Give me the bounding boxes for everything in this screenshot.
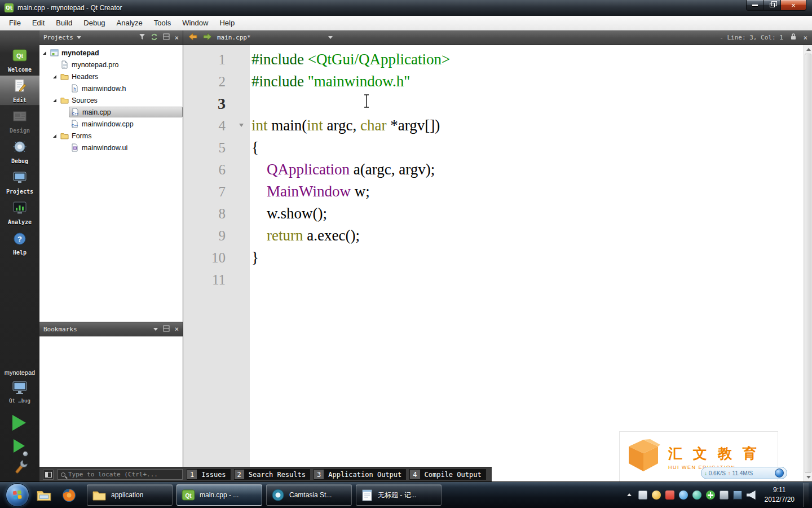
code-text (250, 271, 251, 288)
tree-item-mainwindow-h[interactable]: hmainwindow.h (39, 82, 183, 94)
tree-item-mainwindow-ui[interactable]: mainwindow.ui (39, 142, 183, 154)
close-button[interactable]: × (780, 0, 806, 11)
build-button[interactable] (12, 459, 28, 479)
menu-file[interactable]: File (3, 16, 27, 29)
code-line: 5{ (183, 137, 804, 159)
split-icon[interactable] (163, 325, 170, 334)
window-title: main.cpp - mynotepad - Qt Creator (17, 4, 122, 12)
tree-item-forms[interactable]: Forms (39, 130, 183, 142)
menu-help[interactable]: Help (214, 16, 240, 29)
mode-projects[interactable]: Projects (0, 167, 39, 198)
scroll-up-button[interactable] (804, 45, 812, 54)
filter-icon[interactable] (139, 33, 145, 42)
close-document-icon[interactable]: × (804, 34, 807, 41)
restore-icon (770, 3, 775, 7)
output-pane-application-output[interactable]: 3Application Output (314, 469, 406, 480)
run-button[interactable] (12, 415, 26, 431)
input-method-icon[interactable] (665, 491, 674, 500)
monitor-icon[interactable] (733, 491, 742, 500)
tree-row-content: mynotepad.pro (59, 59, 183, 70)
taskbar-button-main-cpp[interactable]: Qtmain.cpp - ... (176, 484, 262, 506)
tree-item-mynotepad-pro[interactable]: mynotepad.pro (39, 59, 183, 71)
locator-field (58, 469, 183, 480)
fold-marker-icon[interactable] (239, 124, 244, 127)
forward-button[interactable] (202, 33, 213, 43)
tray-icons (625, 491, 756, 500)
scrollbar-thumb[interactable] (805, 54, 811, 473)
code-token: QApplication (267, 161, 350, 178)
locator-input[interactable] (68, 471, 179, 478)
expanded-arrow-icon[interactable] (53, 134, 56, 138)
menu-analyze[interactable]: Analyze (111, 16, 148, 29)
tree-item-mainwindow-cpp[interactable]: C++mainwindow.cpp (39, 118, 183, 130)
lock-icon[interactable] (790, 33, 797, 42)
code-token: a.exec(); (303, 227, 359, 244)
firefox-icon[interactable] (59, 484, 79, 506)
back-button[interactable] (188, 33, 198, 43)
mode-analyze[interactable]: Analyze (0, 198, 39, 228)
swirl-icon[interactable] (692, 491, 701, 500)
taskbar-button-camtasia-st[interactable]: Camtasia St... (266, 484, 352, 506)
close-pane-icon[interactable]: × (175, 326, 179, 332)
menu-debug[interactable]: Debug (78, 16, 111, 29)
menu-tools[interactable]: Tools (148, 16, 176, 29)
expanded-arrow-icon[interactable] (43, 51, 46, 55)
kit-label: Qt …bug (9, 398, 30, 404)
menu-window[interactable]: Window (176, 16, 214, 29)
mode-debug[interactable]: Debug (0, 137, 39, 167)
output-pane-compile-output[interactable]: 4Compile Output (409, 469, 486, 480)
tree-item-main-cpp[interactable]: C++main.cpp (39, 106, 183, 118)
volume-icon[interactable] (747, 491, 756, 500)
taskbar-button-label: application (111, 491, 143, 499)
minimize-button[interactable] (746, 0, 764, 11)
svg-text:?: ? (17, 235, 22, 243)
net-speed-widget[interactable]: 0.6K/S 11.4M/S (701, 467, 787, 479)
folder-src-icon (60, 96, 69, 104)
mode-design[interactable]: Design (0, 106, 39, 137)
show-desktop-button[interactable] (804, 483, 809, 507)
output-pane-issues[interactable]: 1Issues (187, 469, 231, 480)
target-selector-button[interactable]: Qt …bug (0, 380, 39, 404)
tree-item-mynotepad[interactable]: mynotepad (39, 47, 183, 59)
chevron-down-icon[interactable] (153, 328, 158, 331)
split-icon[interactable] (163, 33, 170, 42)
printer-icon[interactable] (720, 491, 729, 500)
bookmarks-list[interactable] (39, 336, 183, 467)
safe-icon[interactable] (652, 491, 661, 500)
taskbar-button-item[interactable]: 无标题 - 记... (356, 484, 442, 506)
line-number: 10 (183, 247, 250, 269)
qq-icon[interactable] (679, 491, 688, 500)
output-pane-search-results[interactable]: 2Search Results (234, 469, 310, 480)
code-line: 1#include <QtGui/QApplication> (183, 49, 804, 71)
menu-edit[interactable]: Edit (27, 16, 50, 29)
plus-icon[interactable] (706, 491, 715, 500)
menu-build[interactable]: Build (50, 16, 78, 29)
mode-label: Design (10, 128, 30, 134)
toggle-sidebar-button[interactable] (43, 470, 54, 480)
explorer-icon[interactable] (34, 484, 54, 506)
net-widget-ball-icon[interactable] (775, 468, 784, 478)
sync-with-editor-icon[interactable] (151, 33, 158, 42)
taskbar-button-application[interactable]: application (87, 484, 173, 506)
scroll-down-button[interactable] (804, 473, 812, 481)
mode-welcome[interactable]: QtWelcome (0, 45, 39, 76)
start-button[interactable] (6, 483, 29, 507)
close-pane-icon[interactable]: × (175, 34, 179, 41)
editor-scrollbar[interactable] (804, 45, 812, 481)
code-line: 8 w.show(); (183, 203, 804, 225)
mode-help[interactable]: ?Help (0, 228, 39, 259)
clock[interactable]: 9:11 2012/7/20 (765, 485, 795, 505)
expanded-arrow-icon[interactable] (53, 99, 56, 102)
debug-run-button[interactable] (14, 439, 25, 453)
line-number: 11 (183, 269, 250, 291)
expanded-arrow-icon[interactable] (53, 75, 56, 78)
chevron-down-icon[interactable] (77, 36, 81, 39)
expand-arrow-icon[interactable] (625, 491, 634, 500)
open-file-dropdown[interactable]: main.cpp* (217, 34, 333, 41)
restore-button[interactable] (764, 0, 780, 11)
code-editor[interactable]: 1#include <QtGui/QApplication>2#include … (183, 45, 804, 481)
mode-edit[interactable]: Edit (0, 76, 39, 106)
keyboard-icon[interactable] (638, 491, 647, 500)
tree-item-headers[interactable]: Headers (39, 71, 183, 82)
tree-item-sources[interactable]: Sources (39, 94, 183, 106)
